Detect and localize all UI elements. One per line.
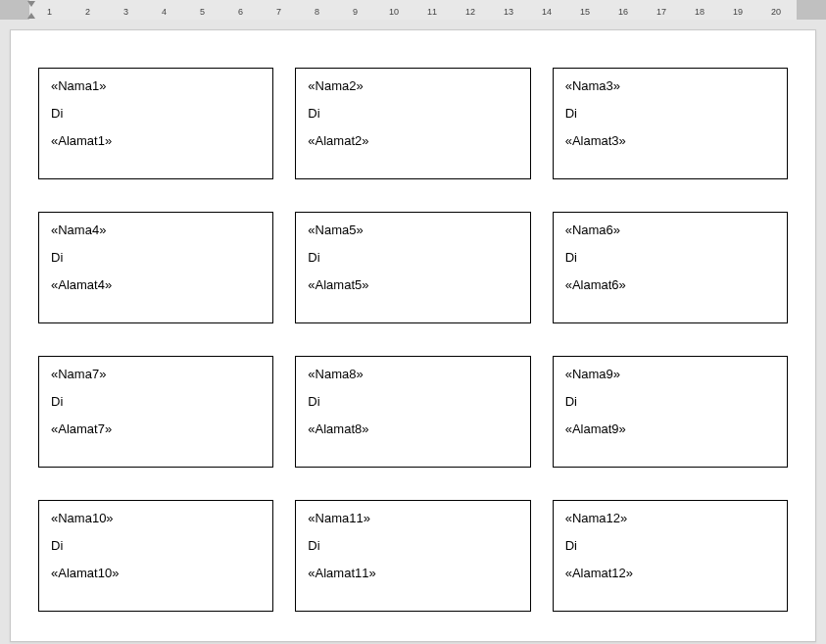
merge-field-nama: «Nama9» xyxy=(565,367,775,383)
ruler-number: 8 xyxy=(315,7,319,17)
ruler-number: 9 xyxy=(353,7,358,17)
merge-field-alamat: «Alamat7» xyxy=(51,421,261,438)
merge-field-alamat: «Alamat1» xyxy=(51,133,261,150)
merge-field-nama: «Nama1» xyxy=(51,78,261,95)
label-cell[interactable]: «Nama11» Di «Alamat11» xyxy=(295,500,530,612)
label-cell[interactable]: «Nama10» Di «Alamat10» xyxy=(38,500,273,612)
label-di: Di xyxy=(308,250,517,267)
label-di: Di xyxy=(565,250,775,267)
merge-field-nama: «Nama10» xyxy=(51,511,261,527)
merge-field-nama: «Nama7» xyxy=(51,367,261,383)
merge-field-alamat: «Alamat10» xyxy=(51,566,261,582)
merge-field-nama: «Nama4» xyxy=(51,223,261,239)
label-di: Di xyxy=(308,394,517,411)
label-di: Di xyxy=(51,106,261,123)
merge-field-alamat: «Alamat2» xyxy=(308,133,517,150)
merge-field-alamat: «Alamat4» xyxy=(51,277,261,294)
ruler-number: 16 xyxy=(618,7,628,17)
ruler-number: 13 xyxy=(504,7,513,17)
merge-field-alamat: «Alamat12» xyxy=(565,566,775,582)
merge-field-nama: «Nama12» xyxy=(565,511,775,527)
ruler-number: 11 xyxy=(427,7,437,17)
merge-field-alamat: «Alamat11» xyxy=(308,566,517,582)
label-di: Di xyxy=(51,538,261,555)
page-container: «Nama1» Di «Alamat1» «Nama2» Di «Alamat2… xyxy=(0,20,826,642)
hanging-indent-marker[interactable] xyxy=(27,13,35,19)
label-di: Di xyxy=(565,538,775,555)
merge-field-alamat: «Alamat3» xyxy=(565,133,775,150)
horizontal-ruler: 1 2 3 4 5 6 7 8 9 10 11 12 13 14 15 16 1… xyxy=(0,0,826,20)
ruler-number: 19 xyxy=(733,7,743,17)
label-di: Di xyxy=(308,538,517,555)
label-cell[interactable]: «Nama3» Di «Alamat3» xyxy=(553,68,788,179)
merge-field-alamat: «Alamat8» xyxy=(308,421,517,438)
merge-field-alamat: «Alamat5» xyxy=(308,277,517,294)
label-cell[interactable]: «Nama2» Di «Alamat2» xyxy=(295,68,530,179)
merge-field-nama: «Nama2» xyxy=(308,78,517,95)
labels-grid: «Nama1» Di «Alamat1» «Nama2» Di «Alamat2… xyxy=(38,68,788,612)
label-cell[interactable]: «Nama12» Di «Alamat12» xyxy=(553,500,788,612)
label-di: Di xyxy=(51,394,261,411)
merge-field-alamat: «Alamat6» xyxy=(565,277,775,294)
label-di: Di xyxy=(565,394,775,411)
label-cell[interactable]: «Nama4» Di «Alamat4» xyxy=(38,212,273,323)
ruler-number: 14 xyxy=(542,7,552,17)
label-cell[interactable]: «Nama9» Di «Alamat9» xyxy=(553,356,788,468)
ruler-number: 17 xyxy=(656,7,666,17)
merge-field-nama: «Nama5» xyxy=(308,223,517,239)
label-di: Di xyxy=(565,106,775,123)
ruler-number: 6 xyxy=(238,7,243,17)
ruler-number: 10 xyxy=(389,7,399,17)
document-page[interactable]: «Nama1» Di «Alamat1» «Nama2» Di «Alamat2… xyxy=(10,29,816,642)
ruler-number: 5 xyxy=(200,7,205,17)
ruler-margin-left xyxy=(0,0,29,20)
label-di: Di xyxy=(51,250,261,267)
merge-field-nama: «Nama8» xyxy=(308,367,517,383)
ruler-margin-right xyxy=(797,0,826,20)
label-cell[interactable]: «Nama7» Di «Alamat7» xyxy=(38,356,273,468)
merge-field-alamat: «Alamat9» xyxy=(565,421,775,438)
label-cell[interactable]: «Nama1» Di «Alamat1» xyxy=(38,68,273,179)
merge-field-nama: «Nama6» xyxy=(565,223,775,239)
label-di: Di xyxy=(308,106,517,123)
label-cell[interactable]: «Nama6» Di «Alamat6» xyxy=(553,212,788,323)
ruler-number: 7 xyxy=(276,7,281,17)
ruler-number: 12 xyxy=(465,7,475,17)
first-line-indent-marker[interactable] xyxy=(27,1,35,7)
merge-field-nama: «Nama3» xyxy=(565,78,775,95)
ruler-number: 3 xyxy=(123,7,128,17)
ruler-number: 4 xyxy=(162,7,167,17)
merge-field-nama: «Nama11» xyxy=(308,511,517,527)
ruler-number: 15 xyxy=(580,7,590,17)
ruler-number: 1 xyxy=(47,7,52,17)
ruler-number: 18 xyxy=(695,7,705,17)
ruler-number: 20 xyxy=(771,7,781,17)
ruler-number: 2 xyxy=(85,7,90,17)
label-cell[interactable]: «Nama8» Di «Alamat8» xyxy=(295,356,530,468)
label-cell[interactable]: «Nama5» Di «Alamat5» xyxy=(295,212,530,323)
